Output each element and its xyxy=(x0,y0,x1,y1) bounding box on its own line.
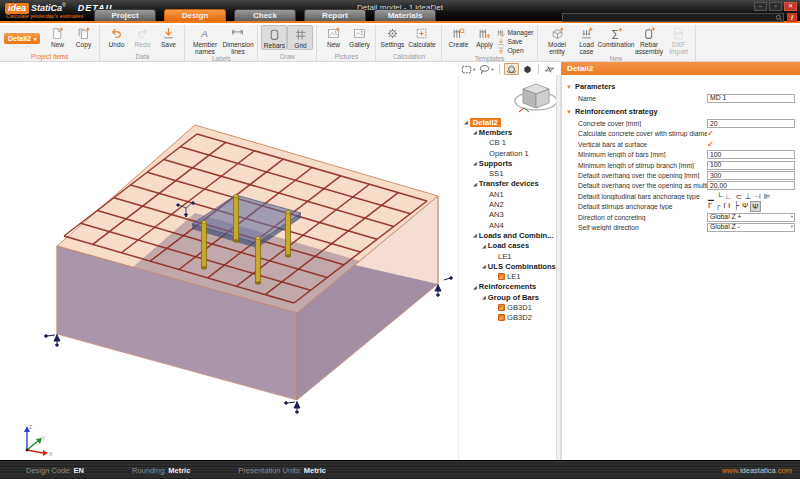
model-entity-button[interactable]: Model entity xyxy=(541,25,574,55)
longitudinal-anchorage-type-selector[interactable]: ▁└∟⊂⊥⊣⊫ xyxy=(707,192,771,201)
anchorage-type-option-icon[interactable]: ┌ xyxy=(714,201,721,212)
tree-expander-icon[interactable]: ◢ xyxy=(482,263,486,269)
tree-item-operation-1[interactable]: Operation 1 xyxy=(459,148,556,158)
tree-item-loads-and-combin[interactable]: ◢Loads and Combin... xyxy=(459,230,556,240)
anchorage-type-option-icon[interactable]: ⊫ xyxy=(763,192,772,201)
tree-item-gb3d1[interactable]: ✓GB3D1 xyxy=(459,302,556,312)
tree-item-transfer-devices[interactable]: ◢Transfer devices xyxy=(459,179,556,189)
dimension-lines-button[interactable]: Dimension lines xyxy=(221,25,254,55)
min-length-stirrup-input[interactable]: 100 xyxy=(707,161,795,170)
anchorage-type-option-icon[interactable]: Ψ xyxy=(750,201,760,212)
tree-item-detail2[interactable]: ◢Detail2 xyxy=(459,117,556,127)
tree-item-le1[interactable]: LE1 xyxy=(459,251,556,261)
save-button[interactable]: Save xyxy=(155,25,181,48)
tree-item-members[interactable]: ◢Members xyxy=(459,127,556,137)
tab-project[interactable]: Project xyxy=(94,9,156,21)
template-save-button[interactable]: Save xyxy=(497,37,533,46)
maximize-button[interactable]: ▫ xyxy=(769,2,782,11)
tree-item-uls-combinations[interactable]: ◢ULS Combinations xyxy=(459,261,556,271)
tree-item-reinforcements[interactable]: ◢Reinforcements xyxy=(459,282,556,292)
concreting-direction-select[interactable]: Global Z +▾ xyxy=(707,213,795,222)
overhang-mm-input[interactable]: 300 xyxy=(707,171,795,180)
search-box[interactable] xyxy=(562,13,784,22)
tree-item-cb-1[interactable]: CB 1 xyxy=(459,138,556,148)
orbit-button[interactable] xyxy=(504,63,519,75)
minimize-button[interactable]: – xyxy=(754,2,767,11)
tree-expander-icon[interactable]: ◢ xyxy=(473,232,477,238)
tree-item-an4[interactable]: AN4 xyxy=(459,220,556,230)
close-button[interactable]: ✕ xyxy=(784,2,797,11)
anchorage-type-option-icon[interactable]: ⊂ xyxy=(734,192,742,201)
member-names-button[interactable]: Member names xyxy=(188,25,221,55)
template-manager-button[interactable]: Manager xyxy=(497,28,533,37)
settings-button[interactable]: Settings xyxy=(379,25,405,48)
info-button[interactable]: i xyxy=(787,13,797,22)
lasso-select-button[interactable]: ▾ xyxy=(478,63,494,75)
group-parameters[interactable]: ▼Parameters xyxy=(566,80,795,93)
template-open-button[interactable]: Open xyxy=(497,46,533,55)
clipping-plane-button[interactable] xyxy=(543,63,556,75)
tree-expander-icon[interactable]: ◢ xyxy=(473,129,477,135)
search-input[interactable] xyxy=(563,14,775,22)
viewport-3d[interactable]: Z Y X xyxy=(0,75,458,461)
rebars-toggle-button[interactable]: Rebars xyxy=(261,25,287,50)
zoom-window-button[interactable]: ▾ xyxy=(460,63,476,75)
undo-button[interactable]: Undo xyxy=(103,25,129,48)
grid-toggle-button[interactable]: Grid xyxy=(287,25,313,50)
calculate-button[interactable]: Calculate xyxy=(405,25,438,48)
anchorage-type-option-icon[interactable]: Γ xyxy=(707,201,713,212)
tree-expander-icon[interactable]: ◢ xyxy=(464,119,468,125)
tree-expander-icon[interactable]: ◢ xyxy=(482,243,486,249)
tree-item-le1[interactable]: ✓LE1 xyxy=(459,271,556,281)
min-length-bars-input[interactable]: 100 xyxy=(707,150,795,159)
tree-expander-icon[interactable]: ◢ xyxy=(473,284,477,290)
tree-item-an1[interactable]: AN1 xyxy=(459,189,556,199)
tab-check[interactable]: Check xyxy=(234,9,296,21)
group-reinforcement-strategy[interactable]: ▼Reinforcement strategy xyxy=(566,105,795,118)
website-link[interactable]: www.ideastatica.com xyxy=(722,466,792,475)
name-input[interactable]: MD 1 xyxy=(707,94,795,103)
tree-expander-icon[interactable]: ◢ xyxy=(482,294,486,300)
concrete-cover-input[interactable]: 20 xyxy=(707,119,795,128)
anchorage-type-option-icon[interactable]: ├ xyxy=(733,201,740,212)
checkmark-icon[interactable]: ✓ xyxy=(707,140,714,149)
tree-item-load-cases[interactable]: ◢Load cases xyxy=(459,241,556,251)
tree-item-ss1[interactable]: SS1 xyxy=(459,168,556,178)
gallery-button[interactable]: Gallery xyxy=(346,25,372,48)
self-weight-direction-select[interactable]: Global Z -▾ xyxy=(707,223,795,232)
anchorage-type-option-icon[interactable]: ⊥ xyxy=(744,192,753,201)
tree-item-supports[interactable]: ◢Supports xyxy=(459,158,556,168)
tree-item-an2[interactable]: AN2 xyxy=(459,199,556,209)
copy-button[interactable]: Copy xyxy=(70,25,96,48)
anchorage-type-option-icon[interactable]: ∟ xyxy=(724,192,733,201)
checkbox-checked-icon[interactable]: ✓ xyxy=(498,304,505,311)
dxf-import-button[interactable]: DXF Import xyxy=(666,25,692,55)
tree-item-an3[interactable]: AN3 xyxy=(459,210,556,220)
load-case-button[interactable]: Load case xyxy=(574,25,600,55)
tab-design[interactable]: Design xyxy=(164,9,226,21)
checkbox-checked-icon[interactable]: ✓ xyxy=(498,314,505,321)
project-item-selector[interactable]: Detail2▾ xyxy=(4,33,40,44)
redo-button[interactable]: Redo xyxy=(129,25,155,48)
stirrup-anchorage-type-selector[interactable]: Γ┌ſŀ├ΨΨ xyxy=(707,201,761,212)
new-picture-button[interactable]: New xyxy=(320,25,346,48)
tree-expander-icon[interactable]: ◢ xyxy=(473,181,477,187)
tree-item-gb3d2[interactable]: ✓GB3D2 xyxy=(459,313,556,323)
tab-report[interactable]: Report xyxy=(304,9,366,21)
tree-expander-icon[interactable]: ◢ xyxy=(473,160,477,166)
new-project-item-button[interactable]: New xyxy=(44,25,70,48)
rebar-assembly-button[interactable]: Rebar assembly xyxy=(633,25,666,55)
tree-item-group-of-bars[interactable]: ◢Group of Bars xyxy=(459,292,556,302)
overhang-diameter-input[interactable]: 20.00 xyxy=(707,181,795,190)
checkbox-checked-icon[interactable]: ✓ xyxy=(498,273,505,280)
view-cube[interactable] xyxy=(512,78,560,116)
apply-template-button[interactable]: Apply xyxy=(471,25,497,48)
tab-materials[interactable]: Materials xyxy=(374,9,436,21)
anchorage-type-option-icon[interactable]: ▁ xyxy=(707,192,715,201)
anchorage-type-option-icon[interactable]: ⊣ xyxy=(753,192,762,201)
anchorage-type-option-icon[interactable]: ŀ xyxy=(727,201,732,212)
create-template-button[interactable]: Create xyxy=(445,25,471,48)
anchorage-type-option-icon[interactable]: Ψ xyxy=(741,201,749,212)
anchorage-type-option-icon[interactable]: ſ xyxy=(722,201,726,212)
combination-button[interactable]: Combination xyxy=(600,25,633,48)
